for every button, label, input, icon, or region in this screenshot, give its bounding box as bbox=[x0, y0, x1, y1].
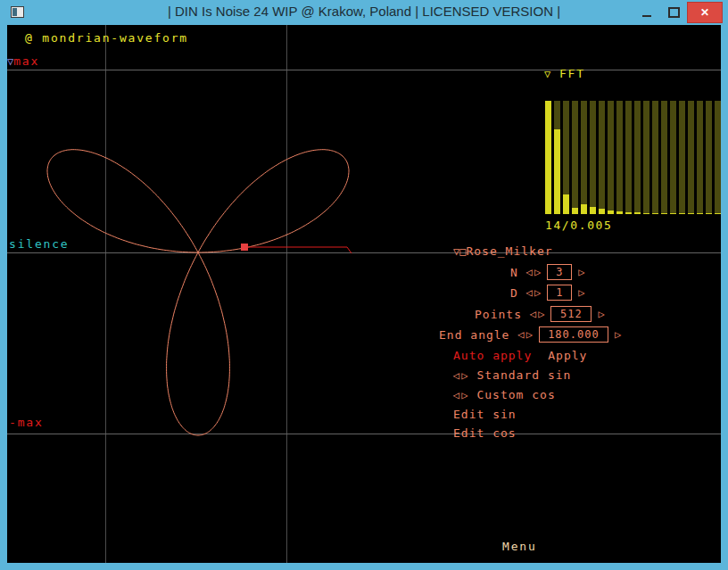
fft-bar bbox=[670, 101, 676, 214]
fft-bar bbox=[661, 101, 667, 214]
window-controls: ✕ bbox=[633, 0, 723, 25]
end-angle-label: End angle bbox=[439, 328, 509, 342]
neg-max-label: -max bbox=[9, 416, 44, 429]
d-step-button[interactable]: ▷ bbox=[578, 286, 584, 299]
minimize-icon bbox=[642, 15, 651, 17]
standard-sin-label[interactable]: Standard sin bbox=[476, 368, 571, 382]
waveform-canvas[interactable]: @ mondrian-waveform ▽max silence -max Me… bbox=[7, 25, 721, 563]
fft-bar bbox=[679, 101, 685, 214]
fft-bar bbox=[563, 101, 569, 214]
silence-label: silence bbox=[9, 237, 69, 251]
n-label: N bbox=[510, 266, 518, 279]
fft-bar bbox=[616, 101, 623, 214]
n-value-field[interactable]: 3 bbox=[547, 264, 572, 280]
fft-bar bbox=[706, 101, 712, 214]
edit-cos-label: Edit cos bbox=[453, 426, 517, 440]
d-value-field[interactable]: 1 bbox=[547, 285, 572, 301]
fft-bar bbox=[581, 101, 587, 214]
apply-button[interactable]: Apply bbox=[548, 349, 587, 362]
fft-bar bbox=[545, 101, 551, 214]
maximize-icon bbox=[668, 7, 680, 18]
max-label-row: ▽max bbox=[7, 54, 39, 68]
end-angle-row: End angle ◁ ▷ 180.000 ▷ bbox=[439, 326, 621, 343]
sin-prev-button[interactable]: ◁ bbox=[453, 369, 459, 382]
d-increment-button[interactable]: ▷ bbox=[534, 286, 541, 299]
gridline-neg-max bbox=[7, 434, 721, 434]
fft-label[interactable]: FFT bbox=[559, 67, 585, 80]
n-decrement-button[interactable]: ◁ bbox=[526, 266, 533, 278]
window-title: | DIN Is Noise 24 WIP @ Krakow, Poland |… bbox=[0, 4, 728, 19]
end-angle-value-field[interactable]: 180.000 bbox=[539, 326, 608, 343]
menu-button[interactable]: Menu bbox=[502, 540, 537, 553]
fft-bar bbox=[634, 101, 641, 214]
rose-square-icon: □ bbox=[459, 245, 466, 258]
edit-sin-label: Edit sin bbox=[453, 408, 517, 421]
edit-cos-button[interactable]: Edit cos bbox=[453, 426, 517, 440]
auto-apply-button[interactable]: Auto apply bbox=[453, 349, 532, 362]
gridline-vertical-1 bbox=[105, 25, 106, 563]
edit-sin-button[interactable]: Edit sin bbox=[453, 408, 517, 421]
fft-bar bbox=[590, 101, 596, 214]
points-label: Points bbox=[475, 308, 522, 321]
close-icon: ✕ bbox=[700, 6, 709, 19]
rose-milker-header[interactable]: ▽□Rose_Milker bbox=[453, 244, 553, 258]
fft-bar bbox=[625, 101, 632, 214]
d-label: D bbox=[510, 286, 518, 300]
d-decrement-button[interactable]: ◁ bbox=[526, 286, 533, 299]
close-button[interactable]: ✕ bbox=[687, 2, 723, 23]
cos-next-button[interactable]: ▷ bbox=[461, 389, 467, 401]
fft-section: ▽ FFT bbox=[544, 67, 585, 80]
end-angle-increment-button[interactable]: ▷ bbox=[526, 328, 533, 341]
apply-row: Auto apply Apply bbox=[453, 349, 587, 362]
fft-bar bbox=[608, 101, 614, 214]
fft-bar bbox=[652, 101, 658, 214]
gridline-vertical-2 bbox=[286, 25, 287, 563]
fft-bar bbox=[554, 101, 560, 214]
minimize-button[interactable] bbox=[633, 3, 660, 22]
window-titlebar: | DIN Is Noise 24 WIP @ Krakow, Poland |… bbox=[0, 0, 728, 25]
sin-next-button[interactable]: ▷ bbox=[461, 369, 467, 382]
fft-bar bbox=[572, 101, 578, 214]
n-row: N ◁ ▷ 3 ▷ bbox=[510, 264, 585, 280]
fft-bars bbox=[545, 101, 721, 214]
end-angle-marker[interactable] bbox=[241, 244, 248, 251]
fft-bar bbox=[688, 101, 694, 214]
points-value-field[interactable]: 512 bbox=[550, 306, 592, 322]
fft-readout: 14/0.005 bbox=[545, 219, 612, 232]
end-angle-step-button[interactable]: ▷ bbox=[615, 328, 621, 341]
points-decrement-button[interactable]: ◁ bbox=[530, 308, 536, 320]
gridline-max bbox=[7, 70, 721, 70]
cos-prev-button[interactable]: ◁ bbox=[453, 389, 459, 401]
n-step-button[interactable]: ▷ bbox=[578, 266, 584, 278]
fft-bar bbox=[715, 101, 721, 214]
custom-cos-label[interactable]: Custom cos bbox=[476, 388, 555, 401]
fft-bar bbox=[697, 101, 703, 214]
end-angle-decrement-button[interactable]: ◁ bbox=[517, 328, 524, 341]
fft-bar bbox=[643, 101, 649, 214]
rose-collapse-icon[interactable]: ▽ bbox=[453, 245, 459, 258]
fft-collapse-icon[interactable]: ▽ bbox=[544, 68, 550, 80]
fft-bar bbox=[599, 101, 605, 214]
waveform-title: @ mondrian-waveform bbox=[25, 31, 188, 45]
max-label: max bbox=[13, 54, 39, 68]
maximize-button[interactable] bbox=[660, 3, 687, 22]
points-increment-button[interactable]: ▷ bbox=[538, 308, 544, 320]
standard-sin-row: ◁ ▷ Standard sin bbox=[453, 368, 571, 382]
d-row: D ◁ ▷ 1 ▷ bbox=[510, 285, 585, 301]
rose-header-label: Rose_Milker bbox=[466, 244, 552, 258]
points-step-button[interactable]: ▷ bbox=[598, 308, 604, 320]
gridline-silence bbox=[7, 252, 721, 253]
custom-cos-row: ◁ ▷ Custom cos bbox=[453, 388, 556, 401]
points-row: Points ◁ ▷ 512 ▷ bbox=[475, 306, 605, 322]
n-increment-button[interactable]: ▷ bbox=[534, 266, 541, 278]
